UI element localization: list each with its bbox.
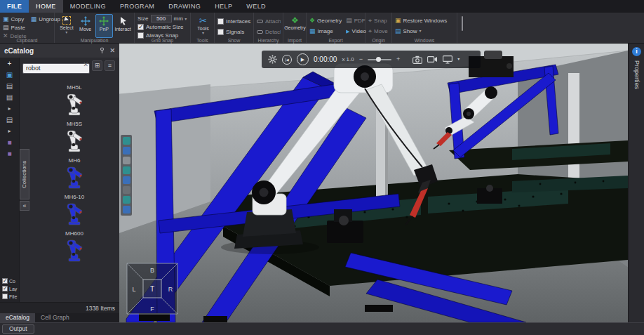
- catalog-footer: 1338 Items: [0, 302, 119, 313]
- folder-icon[interactable]: ▤: [6, 94, 13, 101]
- clear-search-icon[interactable]: ✕: [83, 61, 88, 68]
- record-video-icon[interactable]: [427, 55, 438, 63]
- catalog-home-icon[interactable]: ▣: [6, 72, 13, 79]
- pnp-button[interactable]: PnP: [95, 14, 114, 38]
- filter-checkbox-components[interactable]: [2, 278, 8, 284]
- chevron-down-icon[interactable]: ▾: [457, 58, 459, 61]
- filter-checkbox-files[interactable]: [2, 294, 8, 299]
- menu-tab-drawing[interactable]: DRAWING: [161, 0, 208, 13]
- export-video-button[interactable]: ▶Video: [346, 27, 366, 35]
- collections-tab[interactable]: Collections: [20, 149, 29, 199]
- catalog-item[interactable]: MH6: [62, 157, 86, 190]
- show-windows-button[interactable]: ▤Show▾: [395, 27, 455, 35]
- catalog-item[interactable]: MH5L: [62, 84, 86, 117]
- skip-to-start-button[interactable]: |◀: [282, 55, 292, 65]
- navcube-face-back[interactable]: B: [150, 267, 154, 274]
- select-icon: [62, 16, 71, 25]
- view-monitor-icon[interactable]: [443, 55, 452, 64]
- signals-checkbox[interactable]: [217, 29, 224, 35]
- menu-tab-home[interactable]: HOME: [29, 0, 63, 13]
- expand-arrow-icon[interactable]: ▸: [8, 105, 11, 112]
- export-geometry-button[interactable]: ❖Geometry: [309, 17, 342, 25]
- menu-tab-program[interactable]: PROGRAM: [113, 0, 161, 13]
- speed-slider-handle[interactable]: [376, 57, 381, 62]
- export-image-button[interactable]: ▦Image: [309, 27, 342, 35]
- selection-filter-icon[interactable]: [123, 176, 130, 184]
- grid-size-unit[interactable]: mm ▾: [174, 15, 187, 22]
- close-icon[interactable]: ✕: [109, 47, 115, 54]
- selection-filter-icon[interactable]: [123, 206, 130, 214]
- selection-filter-icon[interactable]: [123, 186, 130, 194]
- simulation-settings-icon[interactable]: [268, 55, 277, 64]
- navcube-face-top-label[interactable]: T: [150, 285, 154, 293]
- catalog-item[interactable]: MH6-10: [62, 194, 86, 226]
- export-pdf-button[interactable]: ▤PDF: [346, 17, 366, 25]
- output-button[interactable]: Output: [2, 324, 34, 334]
- window-layout-button[interactable]: [462, 18, 463, 31]
- filter-checkbox-layouts[interactable]: [2, 286, 8, 291]
- pin-icon[interactable]: [99, 47, 105, 54]
- move-origin-icon: ⌖: [368, 28, 372, 34]
- speed-slider[interactable]: [368, 59, 391, 60]
- add-collection-icon[interactable]: +: [8, 60, 12, 67]
- speed-increase-button[interactable]: +: [396, 56, 400, 63]
- selection-filter-icon[interactable]: [123, 137, 130, 145]
- attach-button[interactable]: Attach: [257, 18, 281, 25]
- tab-cell-graph[interactable]: Cell Graph: [35, 313, 75, 322]
- folder-icon[interactable]: ▤: [6, 83, 13, 90]
- automatic-size-checkbox[interactable]: [137, 24, 144, 30]
- navigation-cube: B L T R F: [126, 263, 178, 315]
- navcube-face-left[interactable]: L: [132, 286, 135, 293]
- ribbon-group-tools: ✂ Tools ▾ Tools: [191, 13, 215, 43]
- speed-decrease-button[interactable]: −: [359, 56, 363, 63]
- selection-filter-icon[interactable]: [123, 166, 130, 174]
- selection-filter-icon[interactable]: [123, 157, 130, 164]
- catalog-item[interactable]: MH5S: [62, 121, 86, 153]
- grid-view-button[interactable]: ⊞: [92, 60, 102, 71]
- select-button[interactable]: Select ▾: [58, 14, 76, 38]
- robot-thumbnail: [62, 237, 86, 263]
- play-button[interactable]: ▶: [297, 53, 309, 65]
- screenshot-camera-icon[interactable]: [412, 55, 422, 64]
- tab-properties[interactable]: Properties: [633, 60, 640, 89]
- navcube-face-right[interactable]: R: [168, 286, 173, 293]
- selection-filter-icon[interactable]: [123, 147, 130, 155]
- detach-button[interactable]: Detach: [257, 28, 281, 36]
- navcube-face-front[interactable]: F: [150, 306, 154, 313]
- ribbon-group-manipulation: Select ▾ Move PnP Interact Manipulation: [55, 13, 135, 43]
- info-icon[interactable]: i: [632, 47, 641, 56]
- interact-button[interactable]: Interact: [114, 14, 132, 38]
- restore-windows-button[interactable]: ▣Restore Windows: [395, 17, 455, 25]
- menu-tab-weld[interactable]: WELD: [239, 0, 273, 13]
- tools-icon: ✂: [199, 16, 207, 25]
- geometry-icon: ❖: [291, 16, 299, 25]
- origin-move-button[interactable]: ⌖Move: [368, 27, 389, 35]
- grid-size-input[interactable]: [151, 15, 172, 22]
- paste-button[interactable]: ▤Paste: [3, 24, 27, 32]
- interfaces-checkbox[interactable]: [217, 18, 224, 25]
- model-library-icon[interactable]: ■: [7, 150, 11, 157]
- expand-arrow-icon[interactable]: ▸: [8, 128, 11, 135]
- model-library-icon[interactable]: ■: [7, 139, 11, 146]
- move-button[interactable]: Move: [76, 14, 95, 38]
- menu-tab-modeling[interactable]: MODELING: [63, 0, 113, 13]
- 3d-scene[interactable]: [119, 44, 628, 322]
- search-input[interactable]: [22, 63, 90, 74]
- catalog-item[interactable]: MH600: [62, 230, 86, 263]
- import-geometry-button[interactable]: ❖ Geometry: [286, 14, 304, 38]
- robot-thumbnail: [62, 201, 86, 226]
- menu-tab-file[interactable]: FILE: [0, 0, 29, 13]
- item-count: 1338 Items: [86, 305, 115, 312]
- folder-icon[interactable]: ▤: [6, 117, 13, 124]
- tools-button[interactable]: ✂ Tools ▾: [194, 14, 213, 38]
- selection-filter-icon[interactable]: [123, 196, 130, 204]
- robot-thumbnail: [62, 91, 86, 117]
- origin-snap-button[interactable]: ⌖Snap: [368, 17, 389, 25]
- collapse-panel-button[interactable]: «: [20, 201, 29, 211]
- copy-button[interactable]: ▣Copy: [3, 15, 27, 23]
- 3d-viewport[interactable]: |◀ ▶ 0:00:00 x 1.0 − + ▾ B L T R F: [119, 44, 628, 322]
- tab-ecatalog[interactable]: eCatalog: [0, 313, 35, 322]
- menu-tab-help[interactable]: HELP: [208, 0, 239, 13]
- attach-icon: [257, 20, 263, 23]
- sort-view-button[interactable]: ≡: [105, 60, 115, 71]
